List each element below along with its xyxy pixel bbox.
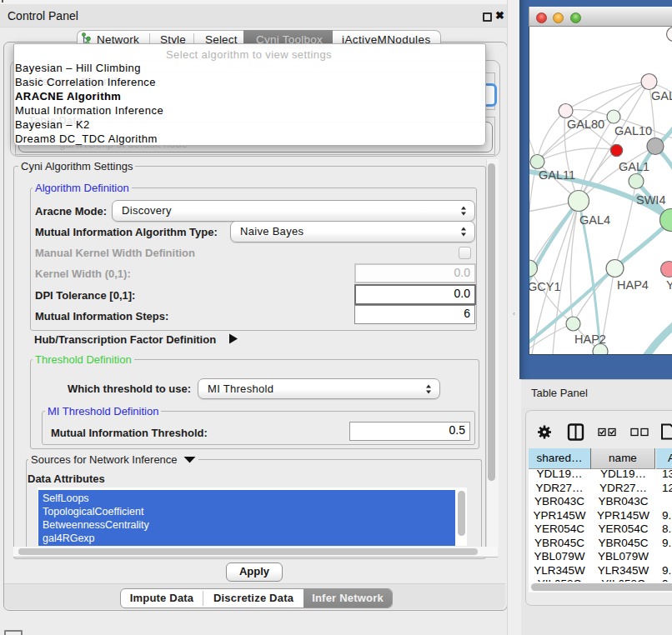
svg-text:GCY1: GCY1 [529, 280, 561, 293]
svg-text:GAL11: GAL11 [539, 168, 575, 182]
svg-text:HAP4: HAP4 [617, 278, 649, 292]
svg-text:GAL4: GAL4 [579, 213, 610, 227]
svg-text:SWI4: SWI4 [636, 193, 665, 207]
svg-text:GAL2: GAL2 [651, 89, 672, 102]
svg-text:GAL1: GAL1 [619, 160, 649, 173]
svg-text:HAP2: HAP2 [574, 332, 606, 346]
svg-text:GAL10: GAL10 [614, 124, 652, 138]
svg-text:GAL80: GAL80 [567, 118, 604, 131]
svg-text:Y: Y [666, 278, 672, 292]
